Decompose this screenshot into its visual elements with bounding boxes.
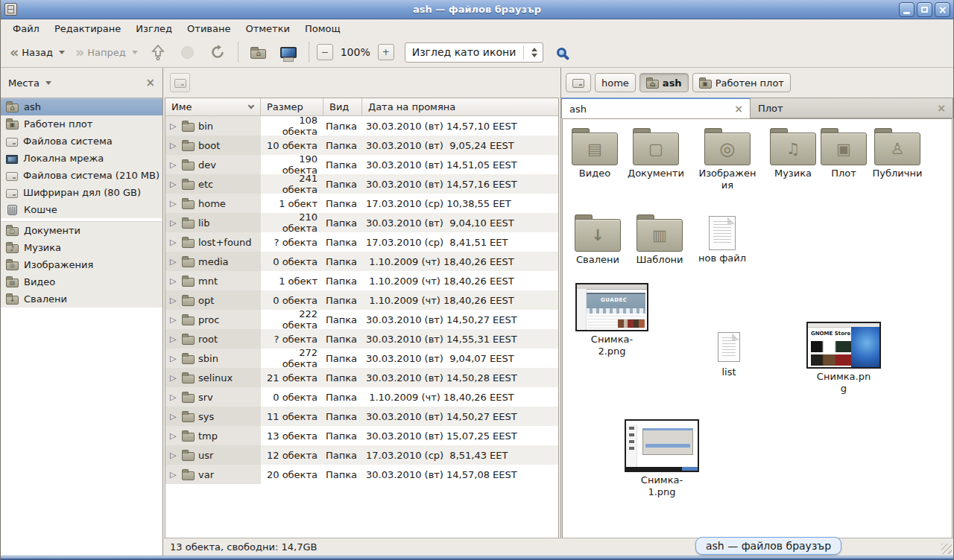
tab-plot[interactable]: Плот ×: [751, 98, 953, 118]
sidebar-item[interactable]: Изображения: [1, 256, 162, 273]
table-row[interactable]: ▷ tmp 13 обекта Папка 30.03.2010 (вт) 15…: [165, 426, 558, 445]
icon-view[interactable]: Видео Документи: [562, 118, 953, 538]
sidebar-close-icon[interactable]: ×: [145, 76, 155, 89]
folder-item[interactable]: Изображения: [695, 128, 759, 192]
tab-ash[interactable]: ash ×: [561, 98, 751, 118]
sidebar-item[interactable]: Шифриран дял (80 GB): [1, 184, 162, 201]
column-header-date[interactable]: Дата на промяна: [362, 98, 558, 115]
table-row[interactable]: ▷ sbin 272 обекта Папка 30.03.2010 (вт) …: [165, 349, 558, 368]
expander-icon[interactable]: ▷: [170, 315, 178, 325]
table-row[interactable]: ▷ home 1 обект Папка 17.03.2010 (ср) 10,…: [165, 194, 558, 213]
sidebar-item[interactable]: Документи: [1, 222, 162, 239]
table-row[interactable]: ▷ srv 0 обекта Папка 1.10.2009 (чт) 18,4…: [165, 387, 558, 407]
sidebar-selector-icon[interactable]: [45, 81, 51, 85]
title-bar[interactable]: ash — файлов браузър ×: [1, 0, 953, 19]
sidebar-item[interactable]: Файлова система (210 MB): [1, 167, 162, 184]
table-row[interactable]: ▷ lost+found ? обекта Папка 17.03.2010 (…: [165, 232, 558, 252]
view-mode-select[interactable]: Изглед като икони: [405, 42, 544, 63]
back-button[interactable]: « Назад: [7, 44, 68, 61]
expander-icon[interactable]: ▷: [170, 470, 178, 480]
folder-item[interactable]: Публични: [865, 128, 929, 179]
root-drive-button[interactable]: [170, 73, 190, 92]
expander-icon[interactable]: ▷: [170, 451, 178, 460]
sidebar-item[interactable]: Видео: [1, 273, 162, 290]
home-button[interactable]: [246, 41, 271, 63]
sidebar-item[interactable]: Локална мрежа: [1, 150, 162, 167]
expander-icon[interactable]: ▷: [170, 179, 178, 189]
column-header-name[interactable]: Име: [165, 98, 261, 115]
table-row[interactable]: ▷ lib 210 обекта Папка 30.03.2010 (вт) 9…: [165, 213, 558, 232]
menu-item[interactable]: Отиване: [180, 21, 238, 36]
expander-icon[interactable]: ▷: [170, 121, 178, 131]
expander-icon[interactable]: ▷: [170, 412, 178, 421]
expander-icon[interactable]: ▷: [170, 373, 178, 383]
expander-icon[interactable]: ▷: [170, 199, 178, 209]
table-row[interactable]: ▷ sys 11 обекта Папка 30.03.2010 (вт) 14…: [165, 407, 558, 426]
file-item[interactable]: нов файл: [690, 214, 754, 264]
breadcrumb-button[interactable]: home: [595, 73, 636, 92]
sidebar-item[interactable]: Музика: [1, 239, 162, 256]
back-dropdown-icon[interactable]: [59, 51, 65, 54]
column-header-size[interactable]: Размер: [261, 98, 323, 115]
folder-item[interactable]: Видео: [563, 128, 627, 179]
folder-item[interactable]: Шаблони: [628, 214, 692, 266]
table-row[interactable]: ▷ selinux 21 обекта Папка 30.03.2010 (вт…: [165, 368, 558, 387]
up-button[interactable]: [145, 41, 171, 63]
image-item[interactable]: GNOME Store Снимка.png: [804, 322, 883, 395]
forward-dropdown-icon[interactable]: [132, 51, 138, 54]
reload-button[interactable]: [205, 41, 230, 63]
expander-icon[interactable]: ▷: [170, 141, 178, 150]
search-icon[interactable]: [557, 48, 566, 57]
tab-close-icon[interactable]: ×: [937, 102, 946, 114]
breadcrumb-button[interactable]: ash: [639, 73, 689, 92]
table-row[interactable]: ▷ dev 190 обекта Папка 30.03.2010 (вт) 1…: [165, 155, 558, 174]
tab-close-icon[interactable]: ×: [734, 103, 743, 115]
expander-icon[interactable]: ▷: [170, 238, 178, 247]
forward-button[interactable]: » Напред: [72, 44, 141, 61]
minimize-button[interactable]: [899, 2, 914, 17]
expander-icon[interactable]: ▷: [170, 218, 178, 228]
sidebar-item[interactable]: Свалени: [1, 290, 162, 308]
expander-icon[interactable]: ▷: [170, 160, 178, 170]
menu-item[interactable]: Файл: [5, 21, 47, 36]
stop-button[interactable]: [175, 41, 200, 63]
table-row[interactable]: ▷ media 0 обекта Папка 1.10.2009 (чт) 18…: [165, 252, 558, 271]
menu-item[interactable]: Отметки: [238, 21, 297, 36]
menu-item[interactable]: Изглед: [128, 21, 180, 36]
image-item[interactable]: Снимка-1.png: [622, 419, 701, 499]
table-row[interactable]: ▷ opt 0 обекта Папка 1.10.2009 (чт) 18,4…: [165, 290, 558, 310]
sidebar-item[interactable]: Кошче: [1, 201, 162, 218]
table-row[interactable]: ▷ root ? обекта Папка 30.03.2010 (вт) 14…: [165, 329, 558, 349]
breadcrumb-button[interactable]: Работен плот: [692, 73, 791, 92]
sidebar-item[interactable]: ash: [1, 98, 162, 115]
image-item[interactable]: GUADEC Снимка-2.png: [573, 283, 651, 358]
resize-grip[interactable]: [941, 544, 952, 554]
zoom-out-button[interactable]: −: [317, 44, 333, 60]
computer-button[interactable]: [276, 41, 301, 63]
table-row[interactable]: ▷ var 20 обекта Папка 30.03.2010 (вт) 14…: [165, 465, 558, 484]
expander-icon[interactable]: ▷: [170, 257, 178, 267]
table-row[interactable]: ▷ proc 222 обекта Папка 30.03.2010 (вт) …: [165, 310, 558, 329]
table-row[interactable]: ▷ bin 108 обекта Папка 30.03.2010 (вт) 1…: [165, 116, 558, 136]
menu-item[interactable]: Помощ: [297, 21, 348, 36]
sidebar-title[interactable]: Места: [8, 77, 40, 89]
table-row[interactable]: ▷ mnt 1 обект Папка 1.10.2009 (чт) 18,40…: [165, 271, 558, 290]
close-button[interactable]: ×: [935, 2, 950, 17]
maximize-button[interactable]: [917, 2, 932, 17]
expander-icon[interactable]: ▷: [170, 431, 178, 441]
expander-icon[interactable]: ▷: [170, 392, 178, 402]
column-header-type[interactable]: Вид: [323, 98, 362, 115]
table-row[interactable]: ▷ boot 10 обекта Папка 30.03.2010 (вт) 9…: [165, 136, 558, 155]
table-row[interactable]: ▷ etc 241 обекта Папка 30.03.2010 (вт) 1…: [165, 174, 558, 194]
expander-icon[interactable]: ▷: [170, 334, 178, 344]
table-row[interactable]: ▷ usr 12 обекта Папка 17.03.2010 (ср) 8,…: [165, 445, 558, 465]
breadcrumb-button[interactable]: [566, 73, 591, 92]
sidebar-item[interactable]: Файлова система: [1, 133, 162, 150]
folder-item[interactable]: Свалени: [566, 214, 630, 266]
zoom-in-button[interactable]: +: [378, 44, 394, 60]
file-item[interactable]: list: [700, 332, 758, 378]
sidebar-item[interactable]: Работен плот: [1, 115, 162, 133]
menu-item[interactable]: Редактиране: [47, 21, 128, 36]
folder-item[interactable]: Документи: [624, 128, 688, 179]
expander-icon[interactable]: ▷: [170, 296, 178, 305]
